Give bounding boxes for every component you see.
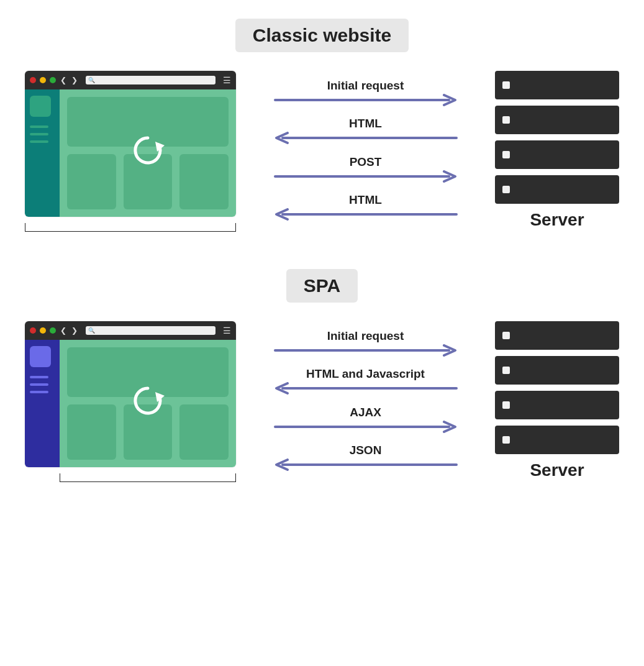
reload-icon: [129, 132, 166, 169]
arrow-right-icon: [273, 170, 459, 183]
server-label: Server: [495, 210, 619, 230]
url-bar: 🔍: [86, 76, 215, 84]
partial-reload-bracket-icon: [60, 473, 236, 482]
content-card: [67, 154, 116, 209]
arrow-left-icon: [273, 132, 459, 144]
search-icon: 🔍: [88, 327, 95, 334]
nav-back-icon: ❮: [60, 76, 66, 84]
server-rack-icon: [495, 106, 619, 134]
server-rack-icon: [495, 175, 619, 204]
browser-chrome: ❮ ❯ 🔍 ☰: [25, 321, 236, 340]
arrow-right-icon: [273, 344, 459, 357]
menu-icon: ☰: [223, 75, 231, 85]
browser-content: [60, 340, 236, 467]
arrow-left-icon: [273, 458, 459, 471]
url-bar: 🔍: [86, 326, 215, 335]
spa-arrows: Initial request HTML and Javascript AJAX: [251, 321, 480, 477]
nav-forward-icon: ❯: [71, 326, 78, 335]
content-card: [67, 404, 116, 460]
arrow-ajax: AJAX: [251, 406, 480, 433]
window-maximize-icon: [50, 327, 56, 334]
server-rack-icon: [495, 71, 619, 99]
spa-section: SPA ❮ ❯ 🔍 ☰: [25, 269, 619, 482]
browser-sidebar: [25, 89, 60, 217]
full-reload-bracket-icon: [25, 223, 236, 232]
window-minimize-icon: [40, 327, 46, 334]
reload-icon: [129, 382, 166, 419]
classic-arrows: Initial request HTML POST: [251, 71, 480, 226]
browser-chrome: ❮ ❯ 🔍 ☰: [25, 71, 236, 89]
browser-content: [60, 89, 236, 217]
server-rack-icon: [495, 321, 619, 350]
nav-back-icon: ❮: [60, 326, 66, 335]
arrow-initial-request: Initial request: [251, 79, 480, 106]
server-rack-icon: [495, 356, 619, 385]
window-close-icon: [30, 77, 36, 83]
sidebar-menu-icon: [30, 125, 55, 143]
nav-forward-icon: ❯: [71, 76, 78, 84]
classic-section: Classic website ❮ ❯ 🔍 ☰: [25, 19, 619, 232]
browser-sidebar: [25, 340, 60, 467]
arrow-left-icon: [273, 208, 459, 221]
arrow-html-response: HTML: [251, 117, 480, 144]
sidebar-logo-icon: [30, 96, 51, 117]
content-card: [179, 404, 229, 460]
server-rack-icon: [495, 426, 619, 454]
server-rack-icon: [495, 140, 619, 169]
spa-server: Server: [495, 321, 619, 480]
window-maximize-icon: [50, 77, 56, 83]
arrow-right-icon: [273, 94, 459, 106]
content-card: [179, 154, 229, 209]
window-close-icon: [30, 327, 36, 334]
menu-icon: ☰: [223, 326, 231, 335]
window-minimize-icon: [40, 77, 46, 83]
spa-browser: ❮ ❯ 🔍 ☰: [25, 321, 236, 482]
arrow-initial-request: Initial request: [251, 329, 480, 357]
spa-title: SPA: [286, 269, 358, 303]
arrow-left-icon: [273, 382, 459, 395]
arrow-html-js-response: HTML and Javascript: [251, 367, 480, 395]
sidebar-menu-icon: [30, 376, 55, 393]
search-icon: 🔍: [88, 77, 95, 83]
arrow-json-response: JSON: [251, 444, 480, 471]
arrow-post: POST: [251, 155, 480, 183]
arrow-html-response-2: HTML: [251, 193, 480, 221]
arrow-right-icon: [273, 421, 459, 433]
classic-title: Classic website: [235, 19, 409, 52]
sidebar-logo-icon: [30, 346, 51, 367]
server-label: Server: [495, 460, 619, 480]
server-rack-icon: [495, 391, 619, 419]
classic-server: Server: [495, 71, 619, 230]
classic-browser: ❮ ❯ 🔍 ☰: [25, 71, 236, 232]
